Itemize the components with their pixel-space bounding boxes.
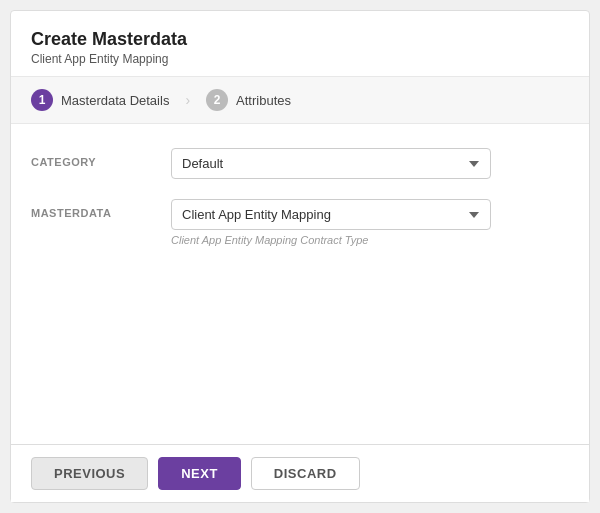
footer-bar: PREVIOUS NEXT DISCARD [11,444,589,502]
step-1-number: 1 [31,89,53,111]
page-container: Create Masterdata Client App Entity Mapp… [10,10,590,503]
previous-button[interactable]: PREVIOUS [31,457,148,490]
step-2-number: 2 [206,89,228,111]
page-subtitle: Client App Entity Mapping [31,52,569,66]
category-select-wrapper: Default [171,148,491,179]
masterdata-select-wrapper: Client App Entity Mapping [171,199,491,230]
masterdata-label: MASTERDATA [31,199,171,219]
steps-bar: 1 Masterdata Details › 2 Attributes [11,77,589,124]
category-control-wrapper: Default [171,148,569,179]
page-header: Create Masterdata Client App Entity Mapp… [11,11,589,77]
step-1[interactable]: 1 Masterdata Details [31,89,169,111]
masterdata-select[interactable]: Client App Entity Mapping [171,199,491,230]
discard-button[interactable]: DISCARD [251,457,360,490]
step-2-label: Attributes [236,93,291,108]
page-title: Create Masterdata [31,29,569,50]
masterdata-hint: Client App Entity Mapping Contract Type [171,234,569,246]
category-label: CATEGORY [31,148,171,168]
category-row: CATEGORY Default [31,148,569,179]
next-button[interactable]: NEXT [158,457,241,490]
step-separator: › [185,92,190,108]
form-area: CATEGORY Default MASTERDATA Client App E… [11,124,589,444]
step-2[interactable]: 2 Attributes [206,89,291,111]
masterdata-row: MASTERDATA Client App Entity Mapping Cli… [31,199,569,246]
step-1-label: Masterdata Details [61,93,169,108]
masterdata-control-wrapper: Client App Entity Mapping Client App Ent… [171,199,569,246]
category-select[interactable]: Default [171,148,491,179]
